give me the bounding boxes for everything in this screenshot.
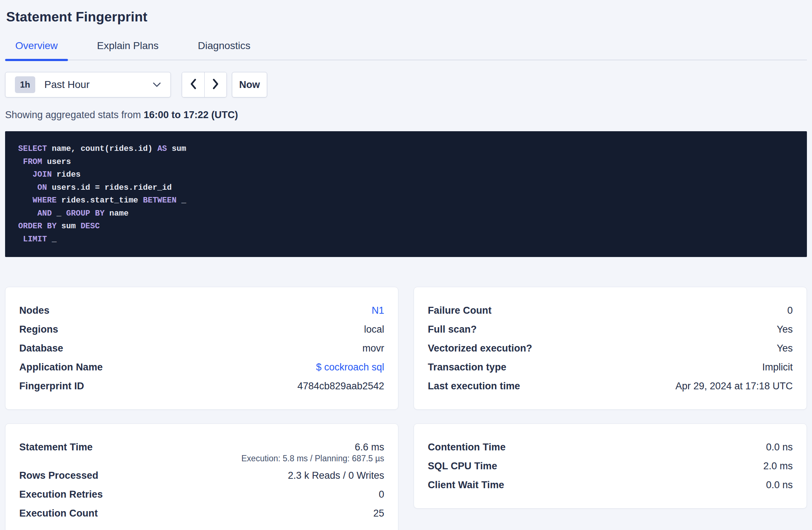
kv-label: Last execution time (428, 381, 520, 392)
chevron-left-icon (190, 79, 197, 91)
tab-diagnostics-label: Diagnostics (198, 40, 250, 51)
time-range-label: Past Hour (44, 79, 90, 91)
sql-token: sum (57, 222, 81, 231)
sql-token: DESC (81, 222, 100, 231)
kv-value: Implicit (762, 362, 793, 373)
active-tab-indicator (5, 59, 68, 61)
sql-line: JOIN rides (18, 168, 796, 181)
sql-token: users (42, 157, 71, 166)
sql-token: AND (37, 209, 52, 218)
kv-label: Contention Time (428, 442, 506, 453)
now-button[interactable]: Now (232, 72, 267, 97)
tab-bar: Overview Explain Plans Diagnostics (5, 40, 807, 60)
kv-row-sql-cpu-time: SQL CPU Time 2.0 ms (428, 457, 793, 475)
kv-value: movr (362, 343, 384, 354)
kv-row-database: Database movr (19, 339, 384, 358)
tab-explain-plans[interactable]: Explain Plans (87, 40, 169, 60)
summary-card-right: Failure Count 0 Full scan? Yes Vectorize… (414, 287, 807, 410)
chevron-down-icon (153, 82, 161, 88)
sql-line: AND _ GROUP BY name (18, 207, 796, 220)
kv-label: SQL CPU Time (428, 461, 497, 472)
stats-caption: Showing aggregated stats from 16:00 to 1… (5, 109, 807, 121)
sql-token (18, 235, 23, 244)
kv-label: Vectorized execution? (428, 343, 532, 354)
kv-row-regions: Regions local (19, 320, 384, 339)
sql-token (18, 209, 37, 218)
page-title: Statement Fingerprint (6, 9, 807, 25)
kv-label: Transaction type (428, 362, 506, 373)
kv-row-rows-processed: Rows Processed 2.3 k Reads / 0 Writes (19, 466, 384, 485)
tab-diagnostics[interactable]: Diagnostics (188, 40, 261, 60)
kv-value: 25 (373, 508, 384, 519)
timing-card-left: Statement Time 6.6 ms Execution: 5.8 ms … (5, 423, 398, 530)
sql-token: _ (47, 235, 56, 244)
sql-token: rides (52, 170, 80, 179)
tab-explain-plans-label: Explain Plans (97, 40, 159, 51)
nodes-link[interactable]: N1 (371, 305, 384, 316)
kv-row-nodes: Nodes N1 (19, 301, 384, 320)
kv-value: 4784cb829aab2542 (297, 381, 384, 392)
kv-label: Rows Processed (19, 470, 99, 481)
kv-value: 0 (787, 305, 793, 316)
kv-label: Statement Time (19, 442, 93, 453)
kv-label: Database (19, 343, 63, 354)
kv-row-failure-count: Failure Count 0 (428, 301, 793, 320)
sql-statement-box: SELECT name, count(rides.id) AS sum FROM… (5, 131, 807, 257)
sql-token: ORDER BY (18, 222, 57, 231)
next-time-button[interactable] (204, 72, 226, 97)
sql-token: BETWEEN (143, 196, 176, 205)
kv-label: Regions (19, 324, 58, 335)
sql-token: _ (177, 196, 186, 205)
sql-token: name, count(rides.id) (47, 144, 157, 153)
time-range-badge: 1h (15, 76, 35, 93)
kv-label: Failure Count (428, 305, 491, 316)
kv-label: Execution Retries (19, 489, 103, 500)
tab-overview[interactable]: Overview (5, 40, 68, 60)
time-nav-group (182, 72, 227, 97)
now-button-label: Now (239, 79, 260, 91)
sql-line: ORDER BY sum DESC (18, 220, 796, 233)
kv-value: Apr 29, 2024 at 17:18 UTC (675, 381, 793, 392)
sql-token: ON (37, 183, 47, 192)
kv-value: 0 (379, 489, 384, 500)
kv-row-last-execution-time: Last execution time Apr 29, 2024 at 17:1… (428, 377, 793, 396)
kv-row-full-scan: Full scan? Yes (428, 320, 793, 339)
sql-token: users.id = rides.rider_id (47, 183, 172, 192)
stats-caption-prefix: Showing aggregated stats from (5, 109, 144, 120)
chevron-right-icon (212, 79, 219, 91)
sql-token (18, 196, 33, 205)
kv-row-transaction-type: Transaction type Implicit (428, 358, 793, 377)
time-controls: 1h Past Hour Now (5, 72, 807, 97)
timing-card-right: Contention Time 0.0 ns SQL CPU Time 2.0 … (414, 423, 807, 509)
sql-token (18, 170, 33, 179)
sql-line: ON users.id = rides.rider_id (18, 181, 796, 194)
sql-line: SELECT name, count(rides.id) AS sum (18, 142, 796, 156)
kv-label: Client Wait Time (428, 479, 504, 491)
time-range-dropdown[interactable]: 1h Past Hour (5, 72, 171, 97)
sql-token: FROM (23, 157, 42, 166)
stats-cards: Nodes N1 Regions local Database movr App… (5, 287, 807, 530)
kv-row-contention-time: Contention Time 0.0 ns (428, 438, 793, 457)
application-name-link[interactable]: $ cockroach sql (316, 362, 384, 373)
kv-row-fingerprint-id: Fingerprint ID 4784cb829aab2542 (19, 377, 384, 396)
sql-line: WHERE rides.start_time BETWEEN _ (18, 194, 796, 207)
prev-time-button[interactable] (182, 72, 204, 97)
kv-label: Nodes (19, 305, 49, 316)
stats-caption-range: 16:00 to 17:22 (UTC) (144, 109, 238, 120)
kv-label: Execution Count (19, 508, 98, 519)
kv-row-client-wait-time: Client Wait Time 0.0 ns (428, 475, 793, 494)
kv-value: 2.3 k Reads / 0 Writes (288, 470, 384, 481)
kv-row-vectorized: Vectorized execution? Yes (428, 339, 793, 358)
kv-row-execution-retries: Execution Retries 0 (19, 485, 384, 504)
sql-token: AS (157, 144, 167, 153)
statement-time-breakdown: Execution: 5.8 ms / Planning: 687.5 µs (19, 454, 384, 466)
kv-value: 6.6 ms (355, 442, 384, 453)
kv-label: Fingerprint ID (19, 381, 84, 392)
sql-token: GROUP BY (66, 209, 105, 218)
kv-value: 0.0 ns (766, 442, 793, 453)
summary-card-left: Nodes N1 Regions local Database movr App… (5, 287, 398, 410)
sql-token: rides.start_time (57, 196, 143, 205)
sql-token (18, 183, 37, 192)
sql-token: name (105, 209, 129, 218)
tab-overview-label: Overview (15, 40, 58, 51)
